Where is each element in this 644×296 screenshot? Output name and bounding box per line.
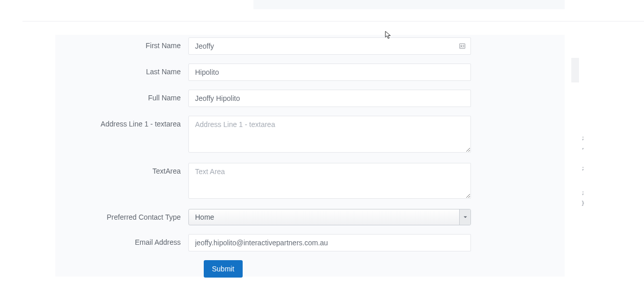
contact-type-select[interactable]: Home [188, 209, 471, 225]
first-name-input[interactable] [188, 37, 471, 55]
contact-type-selected-value: Home [189, 213, 459, 221]
code-hint-5: } [581, 200, 585, 206]
label-last-name: Last Name [55, 64, 188, 76]
right-scroll-track [571, 58, 579, 296]
form-panel: First Name Last Name Full Name Address [55, 35, 565, 277]
code-hint-4: ; [581, 189, 585, 196]
textarea-input[interactable] [188, 163, 471, 199]
submit-button[interactable]: Submit [204, 260, 243, 278]
email-input[interactable] [188, 234, 471, 251]
contact-card-icon [459, 43, 466, 50]
label-full-name: Full Name [55, 90, 188, 102]
code-hint-3: ; [581, 165, 585, 172]
label-textarea: TextArea [55, 163, 188, 175]
label-first-name: First Name [55, 37, 188, 50]
top-strip [253, 0, 565, 9]
label-email: Email Address [55, 234, 188, 246]
address1-textarea[interactable] [188, 116, 471, 153]
top-divider [23, 21, 644, 22]
label-address1: Address Line 1 - textarea [55, 116, 188, 128]
chevron-down-icon [459, 209, 470, 225]
code-hint-1: ; [581, 135, 585, 141]
code-hint-2: , [581, 144, 585, 151]
label-contact-type: Preferred Contact Type [55, 209, 188, 221]
full-name-input[interactable] [188, 90, 471, 107]
svg-point-1 [461, 45, 462, 47]
last-name-input[interactable] [188, 64, 471, 81]
